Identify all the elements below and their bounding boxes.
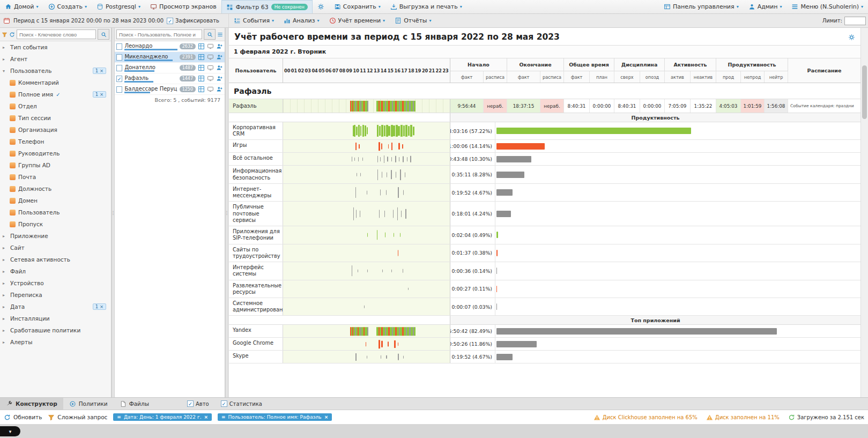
expander-icon[interactable]: ▸ (3, 269, 8, 274)
list-item[interactable]: Балдессаре Перуцци1250 (115, 84, 225, 95)
reports-menu[interactable]: Отчёты▾ (390, 17, 436, 24)
tree-item[interactable]: ▸Алерты (0, 336, 111, 348)
expander-icon[interactable]: ▸ (3, 340, 8, 345)
tree-item[interactable]: Полное имя✓1 × (0, 88, 111, 100)
fix-period-checkbox[interactable]: ✓Зафиксировать (167, 18, 219, 24)
user-search-button[interactable] (204, 29, 216, 40)
admin-button[interactable]: Админ▾ (744, 0, 787, 13)
tree-item[interactable]: Пропуск (0, 218, 111, 230)
events-table-icon[interactable] (198, 86, 205, 93)
list-item[interactable]: Донателло1487 (115, 63, 225, 73)
filter-settings-button[interactable] (313, 0, 329, 13)
limit-input[interactable] (844, 17, 866, 25)
expander-icon[interactable]: ▸ (3, 293, 8, 298)
screens-icon[interactable] (207, 75, 214, 82)
tree-item[interactable]: ▸Дата1 × (0, 301, 111, 313)
tree-item[interactable]: ▸Сайт (0, 242, 111, 254)
main-menu-button[interactable]: Меню (N.Suholerin)▾ (787, 0, 868, 13)
filter-count-badge[interactable]: 1 × (93, 68, 106, 74)
tree-item[interactable]: ▾Пользователь1 × (0, 65, 111, 77)
list-item[interactable]: ✓Рафаэль1447 (115, 73, 225, 84)
add-user-filter-icon[interactable] (216, 75, 223, 82)
export-print-button[interactable]: Выгрузка и печать▾ (385, 0, 467, 13)
filter-chip[interactable]: ≡Пользователь: Полное имя: Рафаэль× (218, 413, 332, 421)
filter-count-badge[interactable]: 1 × (93, 303, 106, 310)
tree-item[interactable]: Домен (0, 195, 111, 206)
expander-icon[interactable]: ▾ (3, 69, 8, 73)
tree-item[interactable]: Тип сессии (0, 112, 111, 124)
expander-icon[interactable]: ▸ (3, 316, 8, 321)
view-screens-button[interactable]: Просмотр экранов (145, 0, 221, 13)
postgresql-button[interactable]: Postgresql▾ (92, 0, 145, 13)
tree-item[interactable]: ▸Сетевая активность (0, 254, 111, 265)
user-checkbox[interactable] (116, 54, 122, 61)
tree-item[interactable]: Комментарий (0, 77, 111, 88)
tab-wrench[interactable]: Конструктор (0, 398, 63, 410)
expander-icon[interactable]: ▸ (3, 281, 8, 286)
user-search-input[interactable] (116, 29, 202, 39)
tree-item[interactable]: ▸Устройство (0, 277, 111, 289)
analysis-menu[interactable]: Анализ▾ (279, 17, 324, 24)
user-checkbox[interactable] (116, 43, 122, 50)
panel-splitter-2[interactable]: ⋮ (225, 28, 228, 397)
tree-item[interactable]: ▸Переписка (0, 289, 111, 301)
option-checkbox[interactable]: ✓Авто (187, 400, 209, 407)
control-panel-button[interactable]: Панель управления▾ (659, 0, 744, 13)
expander-icon[interactable]: ▸ (3, 57, 8, 62)
tree-item[interactable]: Руководитель (0, 147, 111, 159)
filter-tab[interactable]: Фильтр 63Не сохранен (221, 0, 313, 13)
tree-item[interactable]: ▸Тип события (0, 41, 111, 53)
keyword-search-input[interactable] (17, 29, 96, 39)
period-label[interactable]: Период с 15 января 2022 00:00 по 28 мая … (13, 18, 164, 24)
home-button[interactable]: Домой▾ (0, 0, 43, 13)
chip-close-icon[interactable]: × (324, 414, 329, 420)
tab-file[interactable]: Файлы (114, 398, 155, 410)
tree-item[interactable]: ▸Сработавшие политики (0, 324, 111, 336)
expander-icon[interactable]: ▸ (3, 305, 8, 309)
report-settings-gear-icon[interactable] (848, 34, 855, 41)
screens-icon[interactable] (207, 54, 214, 61)
events-table-icon[interactable] (198, 54, 205, 61)
list-menu-icon[interactable] (217, 32, 223, 38)
reset-filter-icon[interactable] (9, 32, 15, 38)
events-table-icon[interactable] (198, 43, 205, 50)
add-user-filter-icon[interactable] (216, 43, 223, 50)
time-tracking-menu[interactable]: Учёт времени▾ (324, 17, 390, 24)
tree-item[interactable]: Отдел (0, 100, 111, 112)
refresh-button[interactable]: Обновить (4, 414, 42, 421)
scrollbar-thumb[interactable] (862, 65, 867, 119)
add-user-filter-icon[interactable] (216, 64, 223, 71)
list-item[interactable]: Леонардо2632 (115, 41, 225, 52)
expander-icon[interactable]: ▸ (3, 234, 8, 239)
expander-icon[interactable]: ▸ (3, 246, 8, 250)
advanced-query-button[interactable]: Сложный запрос (48, 414, 107, 421)
filter-count-badge[interactable]: 1 × (93, 91, 106, 98)
tree-item[interactable]: Должность (0, 183, 111, 195)
create-button[interactable]: Создать▾ (43, 0, 92, 13)
user-checkbox[interactable] (116, 86, 122, 93)
screens-icon[interactable] (207, 64, 214, 71)
events-table-icon[interactable] (198, 64, 205, 71)
tree-item[interactable]: Почта (0, 171, 111, 183)
screens-icon[interactable] (207, 43, 214, 50)
filter-chip[interactable]: ≡Дата: День: 1 февраля 2022 г.× (113, 413, 212, 421)
collapsed-overlay-pill[interactable]: ▾ (0, 426, 20, 436)
screens-icon[interactable] (207, 86, 214, 93)
tree-item[interactable]: Группы AD (0, 159, 111, 171)
tree-item[interactable]: Организация (0, 124, 111, 136)
list-item[interactable]: Микеланджело2391 (115, 52, 225, 63)
tree-item[interactable]: Телефон (0, 136, 111, 147)
add-user-filter-icon[interactable] (216, 54, 223, 61)
expander-icon[interactable]: ▸ (3, 257, 8, 262)
chip-close-icon[interactable]: × (204, 414, 209, 420)
tree-item[interactable]: ▸Приложение (0, 230, 111, 242)
option-checkbox[interactable]: ✓Статистика (221, 400, 262, 407)
user-checkbox[interactable] (116, 65, 122, 71)
tab-target[interactable]: Политики (63, 398, 114, 410)
expander-icon[interactable]: ▸ (3, 328, 8, 333)
search-button[interactable] (98, 29, 109, 40)
tree-item[interactable]: ▸Инсталляции (0, 313, 111, 324)
save-button[interactable]: Сохранить▾ (329, 0, 385, 13)
tree-item[interactable]: Пользователь (0, 206, 111, 218)
expander-icon[interactable]: ▸ (3, 45, 8, 50)
